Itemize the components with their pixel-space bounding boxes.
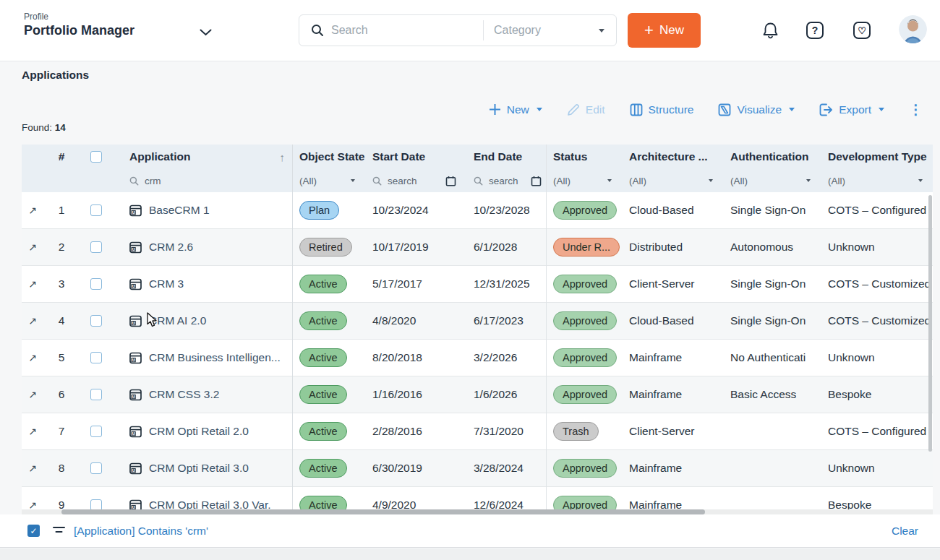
table-row[interactable]: ↗ 3 A CRM 3 Active 5/17/2017 12/31/2025 … xyxy=(22,266,933,303)
column-num[interactable]: # xyxy=(43,150,80,163)
open-fact-sheet-icon[interactable]: ↗ xyxy=(22,499,43,509)
column-development-type[interactable]: Development Type xyxy=(821,150,933,163)
architecture-filter[interactable]: (All) xyxy=(622,176,723,186)
caret-down-icon xyxy=(351,179,355,182)
table-row[interactable]: ↗ 7 A CRM Opti Retail 2.0 Active 2/28/20… xyxy=(22,413,933,450)
architecture-value: Mainframe xyxy=(622,388,723,401)
filter-icon xyxy=(53,526,65,535)
open-fact-sheet-icon[interactable]: ↗ xyxy=(22,389,43,400)
application-filter-input[interactable]: crm xyxy=(129,176,161,186)
svg-text:A: A xyxy=(132,358,135,361)
row-checkbox[interactable] xyxy=(90,389,102,400)
open-fact-sheet-icon[interactable]: ↗ xyxy=(22,241,43,253)
table-row[interactable]: ↗ 9 A CRM Opti Retail 3.0 Var. Active 4/… xyxy=(22,487,933,509)
end-date-value: 12/6/2024 xyxy=(466,499,546,509)
row-checkbox[interactable] xyxy=(90,315,102,327)
horizontal-scrollbar-thumb[interactable] xyxy=(61,509,705,514)
end-date-value: 10/23/2028 xyxy=(466,204,546,217)
category-select[interactable]: Category xyxy=(494,24,599,37)
toolbar-visualize-button[interactable]: Visualize xyxy=(718,103,795,116)
user-avatar[interactable] xyxy=(899,15,927,43)
end-date-filter[interactable]: search xyxy=(466,176,546,186)
table-row[interactable]: ↗ 1 A BaseCRM 1 Plan 10/23/2024 10/23/20… xyxy=(22,192,933,229)
vertical-scrollbar-thumb[interactable] xyxy=(928,195,932,452)
column-status[interactable]: Status xyxy=(546,150,622,163)
open-fact-sheet-icon[interactable]: ↗ xyxy=(22,462,43,474)
row-checkbox[interactable] xyxy=(90,352,102,363)
table-row[interactable]: ↗ 2 A CRM 2.6 Retired 10/17/2019 6/1/202… xyxy=(22,229,933,266)
toolbar-structure-button[interactable]: Structure xyxy=(630,103,694,116)
authentication-filter[interactable]: (All) xyxy=(723,176,821,186)
column-object-state[interactable]: Object State xyxy=(292,150,365,163)
table-row[interactable]: ↗ 8 A CRM Opti Retail 3.0 Active 6/30/20… xyxy=(22,450,933,487)
column-application[interactable]: Application ↑ xyxy=(112,150,292,163)
found-label: Found: xyxy=(22,122,52,133)
category-caret-icon[interactable] xyxy=(599,29,604,33)
architecture-value: Mainframe xyxy=(622,499,723,509)
application-name[interactable]: CRM Opti Retail 3.0 xyxy=(149,462,249,475)
application-name[interactable]: CRM AI 2.0 xyxy=(149,314,206,327)
start-date-value: 5/17/2017 xyxy=(365,277,466,290)
start-date-value: 4/8/2020 xyxy=(365,314,466,327)
development-type-value: Bespoke xyxy=(821,388,933,401)
calendar-icon[interactable] xyxy=(531,176,542,186)
application-name[interactable]: CRM Opti Retail 3.0 Var. xyxy=(149,499,271,509)
table-row[interactable]: ↗ 4 A CRM AI 2.0 Active 4/8/2020 6/17/20… xyxy=(22,303,933,340)
global-search: Category xyxy=(299,14,617,46)
whats-new-heart-icon[interactable]: ♡ xyxy=(853,21,871,40)
open-fact-sheet-icon[interactable]: ↗ xyxy=(22,278,43,290)
caret-down-icon xyxy=(537,108,542,111)
toolbar-export-button[interactable]: Export xyxy=(819,103,884,116)
select-all-checkbox[interactable] xyxy=(90,151,102,163)
toolbar-edit-button[interactable]: Edit xyxy=(567,103,605,116)
column-authentication[interactable]: Authentication xyxy=(723,150,821,163)
open-fact-sheet-icon[interactable]: ↗ xyxy=(22,204,43,216)
help-icon[interactable]: ? xyxy=(806,21,824,40)
row-checkbox[interactable] xyxy=(90,278,102,290)
status-pill: Approved xyxy=(553,201,617,220)
table-row[interactable]: ↗ 5 A CRM Business Intelligen... Active … xyxy=(22,340,933,376)
application-name[interactable]: CRM 3 xyxy=(149,277,184,290)
application-name[interactable]: CRM CSS 3.2 xyxy=(149,388,219,401)
sort-ascending-icon[interactable]: ↑ xyxy=(280,151,286,163)
development-type-filter[interactable]: (All) xyxy=(821,176,933,186)
start-date-value: 2/28/2016 xyxy=(365,425,466,438)
row-number: 8 xyxy=(43,462,80,475)
profile-value: Portfolio Manager xyxy=(24,23,134,38)
application-name[interactable]: CRM Business Intelligen... xyxy=(149,351,281,364)
object-state-filter[interactable]: (All) xyxy=(292,176,365,186)
toolbar-new-button[interactable]: New xyxy=(489,103,542,116)
search-divider xyxy=(483,20,484,40)
table-row[interactable]: ↗ 6 A CRM CSS 3.2 Active 1/16/2016 1/6/2… xyxy=(22,376,933,413)
row-checkbox[interactable] xyxy=(90,499,102,509)
horizontal-scrollbar-track[interactable] xyxy=(22,509,933,514)
svg-text:A: A xyxy=(132,468,135,472)
open-fact-sheet-icon[interactable]: ↗ xyxy=(22,315,43,327)
notifications-bell-icon[interactable] xyxy=(761,21,779,40)
open-fact-sheet-icon[interactable]: ↗ xyxy=(22,426,43,437)
application-name[interactable]: BaseCRM 1 xyxy=(149,204,210,217)
filter-enabled-checkbox[interactable]: ✓ xyxy=(27,525,40,537)
application-name[interactable]: CRM 2.6 xyxy=(149,241,193,254)
column-architecture[interactable]: Architecture ... xyxy=(622,150,723,163)
row-checkbox[interactable] xyxy=(90,462,102,474)
application-name[interactable]: CRM Opti Retail 2.0 xyxy=(149,425,249,438)
object-state-pill: Active xyxy=(299,459,347,478)
status-filter[interactable]: (All) xyxy=(546,176,622,186)
new-button[interactable]: + New xyxy=(628,13,701,48)
profile-switcher[interactable]: Profile Portfolio Manager xyxy=(24,12,212,38)
open-fact-sheet-icon[interactable]: ↗ xyxy=(22,352,43,363)
more-options-kebab-icon[interactable]: ⋮ xyxy=(909,101,923,118)
end-date-value: 3/28/2024 xyxy=(466,462,546,475)
column-divider xyxy=(546,145,547,509)
row-checkbox[interactable] xyxy=(90,426,102,437)
calendar-icon[interactable] xyxy=(445,176,456,186)
search-input[interactable] xyxy=(331,24,483,37)
column-end-date[interactable]: End Date xyxy=(466,150,546,163)
start-date-filter[interactable]: search xyxy=(365,176,466,186)
column-start-date[interactable]: Start Date xyxy=(365,150,466,163)
row-checkbox[interactable] xyxy=(90,204,102,216)
row-checkbox[interactable] xyxy=(90,241,102,253)
toolbar-export-label: Export xyxy=(839,103,871,116)
clear-filter-link[interactable]: Clear xyxy=(892,525,918,538)
